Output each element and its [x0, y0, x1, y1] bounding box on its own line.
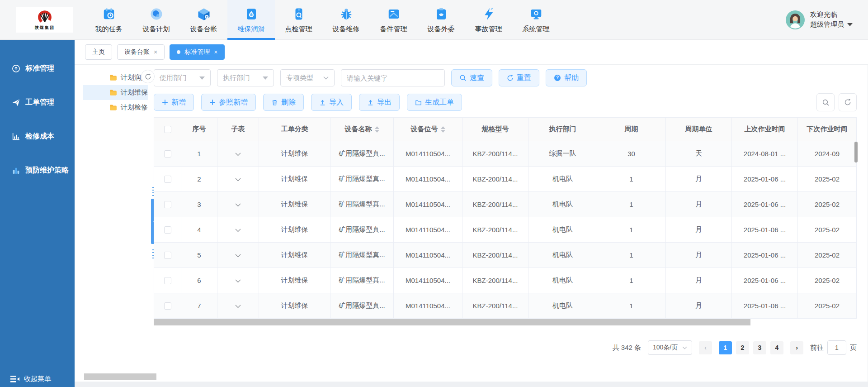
prev-page-button[interactable]: ‹ [699, 341, 712, 354]
import-button[interactable]: 导入 [311, 94, 352, 111]
nav-item-my-tasks[interactable]: 我的任务 [85, 0, 132, 39]
cell-next-time: 2025-02 [798, 243, 857, 268]
help-button[interactable]: ? 帮助 [546, 69, 587, 86]
row-checkbox[interactable] [164, 176, 171, 183]
sidebar-item-preventive-maintenance[interactable]: 预防维护策略 [0, 153, 75, 187]
nav-item-equipment-repair[interactable]: 设备维修 [322, 0, 370, 39]
plan-sphere-icon [149, 6, 164, 22]
nav-item-system-management[interactable]: 系统管理 [512, 0, 560, 39]
outsourcing-clipboard-icon [434, 6, 449, 22]
row-checkbox[interactable] [164, 277, 171, 284]
page-number-button[interactable]: 4 [770, 341, 783, 354]
sidebar-item-label: 工单管理 [25, 98, 54, 107]
sort-icons[interactable] [441, 126, 445, 133]
expand-chevron-icon[interactable] [235, 305, 241, 308]
sidebar-item-standard-management[interactable]: 标准管理 [0, 52, 75, 86]
nav-item-accident-management[interactable]: 事故管理 [465, 0, 512, 39]
cell-equipment-name: 矿用隔爆型真... [330, 217, 394, 243]
page-number-button[interactable]: 1 [719, 341, 732, 354]
table-vertical-scrollbar[interactable] [854, 142, 858, 162]
sort-asc-icon[interactable] [375, 126, 379, 129]
table-tools [816, 93, 857, 111]
sort-icons[interactable] [375, 126, 379, 133]
export-button[interactable]: 导出 [359, 94, 400, 111]
expand-chevron-icon[interactable] [235, 153, 241, 156]
sort-desc-icon[interactable] [441, 130, 445, 133]
main-content: 主页 设备台账 × 标准管理 × 计划润滑 [75, 40, 868, 382]
row-checkbox[interactable] [164, 150, 171, 158]
row-checkbox[interactable] [164, 302, 171, 310]
sort-asc-icon[interactable] [441, 126, 445, 129]
using-department-select[interactable]: 使用部门 [154, 69, 211, 86]
expand-chevron-icon[interactable] [235, 229, 241, 232]
sidebar-item-label: 检修成本 [25, 132, 54, 141]
row-checkbox[interactable] [164, 201, 171, 208]
table-horizontal-scrollbar [154, 319, 857, 325]
cell-last-time: 2025-01-06 ... [732, 293, 798, 319]
user-menu[interactable]: 欢迎光临 超级管理员 [786, 0, 853, 39]
special-type-select[interactable]: 专项类型 [280, 69, 335, 86]
quick-search-button[interactable]: 速查 [451, 69, 492, 86]
expand-chevron-icon[interactable] [235, 178, 241, 182]
paper-plane-icon [12, 98, 20, 107]
goto-page-input[interactable] [827, 340, 846, 355]
plus-icon [162, 99, 168, 105]
expand-chevron-icon[interactable] [235, 254, 241, 258]
tree-item[interactable]: 计划维保 [83, 85, 148, 100]
collapse-menu-button[interactable]: 收起菜单 [10, 375, 51, 383]
delete-button[interactable]: 删除 [263, 94, 304, 111]
keyword-input[interactable] [341, 69, 445, 86]
page-number-button[interactable]: 2 [736, 341, 749, 354]
page-number-button[interactable]: 3 [753, 341, 766, 354]
active-dot-icon [177, 50, 180, 54]
nav-item-equipment-outsourcing[interactable]: 设备外委 [417, 0, 465, 39]
page-number-list: 1234 [719, 341, 783, 354]
row-checkbox[interactable] [164, 252, 171, 259]
expand-chevron-icon[interactable] [235, 203, 241, 207]
table-refresh-button[interactable] [839, 93, 857, 111]
next-page-button[interactable]: › [790, 341, 803, 354]
select-all-checkbox[interactable] [164, 126, 171, 133]
tree-item[interactable]: 计划润滑 [83, 70, 148, 85]
nav-item-spare-parts[interactable]: 备件管理 [370, 0, 417, 39]
logo-sunburst-icon [36, 10, 53, 26]
column-header: 设备名称 [330, 118, 394, 141]
executing-department-select[interactable]: 执行部门 [217, 69, 274, 86]
nav-item-inspection-management[interactable]: 点检管理 [275, 0, 322, 39]
column-header: 规格型号 [462, 118, 528, 141]
column-search-button[interactable] [816, 93, 835, 111]
refresh-icon [844, 99, 851, 106]
tree-refresh-button[interactable] [141, 70, 155, 83]
generate-workorder-button[interactable]: 生成工单 [407, 94, 462, 111]
tree-horizontal-scrollbar[interactable] [84, 373, 156, 380]
nav-item-maintenance-lubrication[interactable]: 维保润滑 [227, 0, 275, 39]
sidebar-item-workorder-management[interactable]: 工单管理 [0, 86, 75, 119]
close-icon[interactable]: × [214, 49, 217, 55]
nav-item-equipment-ledger[interactable]: 设备台帐 [180, 0, 227, 39]
cell-equipment-tag: M014110504... [394, 268, 462, 293]
reset-refresh-icon [507, 75, 514, 81]
tab-home[interactable]: 主页 [85, 44, 112, 60]
add-button[interactable]: 新增 [154, 94, 194, 111]
nav-label: 设备台帐 [190, 25, 217, 33]
nav-label: 备件管理 [380, 25, 407, 33]
horizontal-scroll-thumb[interactable] [154, 319, 750, 325]
row-checkbox[interactable] [164, 226, 171, 234]
close-icon[interactable]: × [154, 49, 157, 55]
tab-equipment-ledger[interactable]: 设备台账 × [117, 44, 165, 60]
sort-desc-icon[interactable] [375, 130, 379, 133]
cell-cycle-unit: 月 [666, 167, 732, 192]
table-row: 4 计划维保 矿用隔爆型真... M014110504... KBZ-200/1… [154, 217, 857, 243]
page-size-select[interactable]: 100条/页 [648, 340, 692, 355]
tab-standard-management[interactable]: 标准管理 × [170, 44, 225, 60]
cloud-up-icon [12, 64, 20, 73]
folder-icon [109, 104, 117, 111]
expand-chevron-icon[interactable] [235, 279, 241, 283]
sidebar-item-maintenance-cost[interactable]: 检修成本 [0, 119, 75, 153]
sidebar-item-label: 标准管理 [25, 64, 54, 73]
reset-button[interactable]: 重置 [499, 69, 539, 86]
tree-item[interactable]: 计划检修 [83, 100, 148, 115]
add-by-reference-button[interactable]: 参照新增 [201, 94, 256, 111]
nav-item-equipment-plan[interactable]: 设备计划 [132, 0, 180, 39]
quick-search-label: 速查 [470, 73, 484, 83]
